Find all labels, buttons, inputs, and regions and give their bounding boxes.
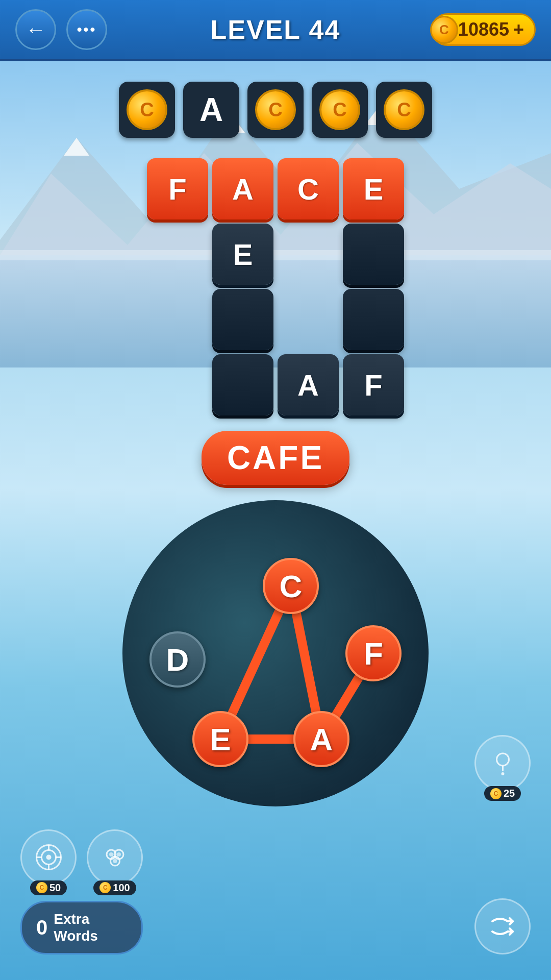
target-cost-label: 50 bbox=[49, 882, 61, 894]
cell-0-0: F bbox=[147, 158, 208, 219]
letter-node-d[interactable]: D bbox=[149, 631, 206, 688]
cell-2-1 bbox=[212, 289, 273, 350]
cell-1-0 bbox=[147, 224, 208, 285]
letter-node-e[interactable]: E bbox=[192, 711, 248, 767]
reward-row: C A C C C bbox=[0, 82, 551, 138]
target-button[interactable]: C 50 bbox=[20, 829, 77, 886]
svg-point-23 bbox=[117, 852, 121, 856]
target-cost: C 50 bbox=[30, 880, 67, 895]
cell-1-2 bbox=[278, 224, 339, 285]
reward-tile-3: C bbox=[247, 82, 304, 138]
letter-circle: C F D E A bbox=[122, 500, 429, 806]
reward-coin-3: C bbox=[255, 89, 296, 130]
extra-words-button[interactable]: 0 ExtraWords bbox=[20, 901, 143, 954]
svg-point-22 bbox=[109, 852, 113, 856]
letter-node-c[interactable]: C bbox=[263, 558, 319, 614]
letter-circle-container: C F D E A bbox=[122, 500, 429, 806]
extra-words-count: 0 bbox=[36, 916, 47, 939]
coin-amount: 10865 bbox=[458, 19, 509, 40]
coin-display: C 10865 + bbox=[431, 13, 536, 46]
cell-2-2 bbox=[278, 289, 339, 350]
crossword-grid: F A C E E A F bbox=[147, 158, 404, 415]
cafe-word-display: CAFE bbox=[202, 431, 349, 485]
letter-node-a[interactable]: A bbox=[293, 711, 349, 767]
cell-0-2: C bbox=[278, 158, 339, 219]
target-cost-coin: C bbox=[36, 882, 47, 893]
reward-tile-5: C bbox=[376, 82, 432, 138]
shuffle-button[interactable] bbox=[474, 898, 531, 954]
cell-1-3 bbox=[343, 224, 404, 285]
reward-coin-4: C bbox=[319, 89, 360, 130]
coin-plus: + bbox=[513, 19, 524, 40]
cell-3-0 bbox=[147, 354, 208, 415]
hint-group-cost-coin: C bbox=[99, 882, 111, 893]
reward-tile-2: A bbox=[183, 82, 239, 138]
cell-0-3: E bbox=[343, 158, 404, 219]
cell-3-1 bbox=[212, 354, 273, 415]
header: ← ••• LEVEL 44 C 10865 + bbox=[0, 0, 551, 61]
menu-button[interactable]: ••• bbox=[66, 9, 107, 50]
hint-group-cost: C 100 bbox=[93, 880, 136, 895]
header-coin-icon: C bbox=[430, 16, 458, 44]
letter-node-f[interactable]: F bbox=[345, 625, 402, 681]
svg-point-14 bbox=[46, 855, 51, 860]
cell-0-1: A bbox=[212, 158, 273, 219]
cell-3-3: F bbox=[343, 354, 404, 415]
cell-2-3 bbox=[343, 289, 404, 350]
reward-tile-1: C bbox=[119, 82, 175, 138]
extra-words-label: ExtraWords bbox=[54, 911, 98, 945]
back-button[interactable]: ← bbox=[15, 9, 56, 50]
cell-2-0 bbox=[147, 289, 208, 350]
hint-group-cost-label: 100 bbox=[113, 882, 130, 894]
hint-group-button[interactable]: C 100 bbox=[87, 829, 143, 886]
svg-point-24 bbox=[113, 859, 117, 863]
reward-coin-5: C bbox=[384, 89, 424, 130]
reward-tile-4: C bbox=[312, 82, 368, 138]
cell-3-2: A bbox=[278, 354, 339, 415]
reward-coin-1: C bbox=[127, 89, 167, 130]
level-title: LEVEL 44 bbox=[211, 14, 341, 45]
header-left: ← ••• bbox=[15, 9, 107, 50]
cell-1-1: E bbox=[212, 224, 273, 285]
left-buttons: C 50 C bbox=[20, 829, 143, 954]
reward-letter-a: A bbox=[199, 91, 223, 129]
cafe-text: CAFE bbox=[227, 439, 324, 476]
